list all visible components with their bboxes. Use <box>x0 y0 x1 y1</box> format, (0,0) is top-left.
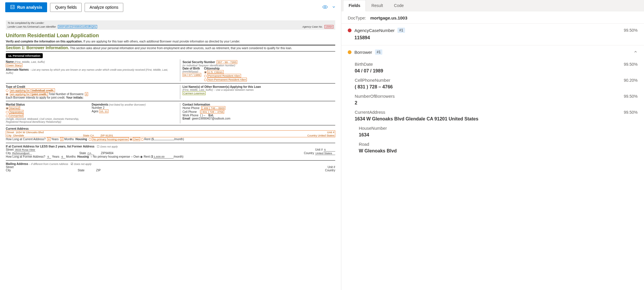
radio-icon <box>6 89 8 92</box>
lender-loan-value: 265Fs6fAZ2H4984Gs4f23fhQ81 <box>58 25 97 29</box>
dob-label: Date of Birth <box>183 67 201 70</box>
document-preview[interactable]: To be completed by the Lender: Lender Lo… <box>0 15 341 290</box>
index-badge: #1 <box>397 28 405 33</box>
radio-icon <box>130 138 132 141</box>
tab-result[interactable]: Result <box>366 0 388 11</box>
zip-value: 91201 <box>106 134 113 137</box>
ssn-value: 557 - 99 - 7283 <box>217 60 237 64</box>
mailing-label: Mailing Address <box>6 162 28 166</box>
ssn-label: Social Security Number <box>183 61 215 64</box>
analyze-options-button[interactable]: Analyze options <box>85 3 123 12</box>
dependents-number: Number 2 <box>92 106 174 109</box>
state-value: CA <box>90 134 94 137</box>
index-badge: #1 <box>375 49 382 55</box>
former-address-label: If at Current Address for LESS than 2 ye… <box>6 145 94 148</box>
analysis-icon <box>10 5 15 10</box>
dependents-label: Dependents <box>92 103 108 106</box>
subfield-name: HouseNumber <box>359 126 387 131</box>
subfield-value: W Glenoaks Blvd <box>359 148 638 154</box>
nonperm-resident: Non-Permanent Resident Alien <box>207 78 247 81</box>
street-value: 1634 W Glenoaks Blvd <box>16 131 44 134</box>
run-analysis-label: Run analysis <box>17 5 42 10</box>
radio-icon <box>6 115 8 117</box>
type-credit-label: Type of Credit <box>6 85 175 88</box>
field-borrower[interactable]: Borrower #1 <box>341 45 644 59</box>
subfield-value: ( 831 ) 728 – 4766 <box>355 84 638 90</box>
cell-phone-value: ( 831 ) 728 – 4766 <box>200 110 224 114</box>
dob-value: 04 / 07 / 1989 <box>183 73 201 77</box>
doc-title: Uniform Residential Loan Application <box>6 33 335 39</box>
subfield-value: 2 <box>355 100 638 106</box>
name-label: Name <box>6 60 14 63</box>
chevron-up-icon[interactable] <box>634 50 638 55</box>
confidence-value: 99.50% <box>624 62 638 67</box>
former-street: 3533 Rosa View <box>14 148 35 152</box>
subfield-name: CellPhoneNumber <box>355 78 390 83</box>
subfield-housenumber[interactable]: HouseNumber 1634 <box>341 123 644 139</box>
status-dot-icon <box>348 50 352 54</box>
tab-1a: 1a. Personal Information <box>6 53 43 58</box>
current-address-label: Current Address <box>6 127 335 130</box>
us-citizen: U.S. Citizen <box>207 70 224 74</box>
joint-credit: joint credit. <box>31 92 48 96</box>
confidence-value: 99.50% <box>624 110 638 115</box>
name-value: Gwen Stacy <box>6 63 22 67</box>
field-value: 115894 <box>348 35 638 40</box>
instructions: Verify and complete the information on t… <box>6 40 335 45</box>
field-agency[interactable]: AgencyCaseNumber #1 99.50% 115894 <box>341 23 644 45</box>
subfield-value: 1634 W Glenoaks Blvd Glendale CA 91201 U… <box>355 116 638 122</box>
status-dot-icon <box>348 29 352 32</box>
right-panel: Fields Result Code DocType: mortgage.us.… <box>341 0 644 290</box>
subfield-numborrowers[interactable]: NumberOfBorrowers99.50% 2 <box>341 91 644 107</box>
doctype-value: mortgage.us.1003 <box>370 15 407 20</box>
confidence-value: 99.50% <box>624 94 638 99</box>
field-name: Borrower <box>354 50 372 55</box>
tab-code[interactable]: Code <box>388 0 409 11</box>
separated: Separated <box>9 110 24 114</box>
results-scroll[interactable]: DocType: mortgage.us.1003 AgencyCaseNumb… <box>341 11 644 290</box>
confidence-value: 99.50% <box>624 28 638 33</box>
toolbar: Run analysis Query fields Analyze option… <box>0 0 341 15</box>
lender-loan-label: Lender Loan No./Universal Loan Identifie… <box>8 25 56 28</box>
home-phone-value: ( 489 ) 746 – 8900 <box>201 106 226 110</box>
other-borrower-value: Carmen Leannon <box>183 91 206 95</box>
eye-icon[interactable] <box>322 4 328 10</box>
run-analysis-button[interactable]: Run analysis <box>5 2 47 12</box>
country-value: United States <box>318 134 334 137</box>
subfield-name: BirthDate <box>355 62 373 67</box>
perm-resident: Permanent Resident Alien <box>207 74 241 78</box>
radio-icon <box>204 75 207 77</box>
query-fields-button[interactable]: Query fields <box>50 3 82 12</box>
email-value: gwen19890407@outlook.com <box>192 117 230 120</box>
citizenship-label: Citizenship <box>204 67 247 70</box>
doctype-label: DocType: <box>348 15 366 20</box>
married: Married <box>9 106 20 110</box>
confidence-value: 90.20% <box>624 78 638 83</box>
subfield-birthdate[interactable]: BirthDate99.50% 04 / 07 / 1989 <box>341 59 644 75</box>
lender-line1: To be completed by the Lender: <box>8 22 333 24</box>
lender-bar: To be completed by the Lender: Lender Lo… <box>6 20 335 30</box>
individual-credit: individual credit. <box>31 88 55 92</box>
chevron-down-icon[interactable] <box>332 5 336 10</box>
radio-icon <box>141 138 144 141</box>
radio-icon <box>89 138 91 141</box>
tab-fields[interactable]: Fields <box>343 0 366 11</box>
radio-icon <box>6 107 8 110</box>
subfield-cellphone[interactable]: CellPhoneNumber90.20% ( 831 ) 728 – 4766 <box>341 75 644 91</box>
radio-icon <box>6 93 8 96</box>
num-borrowers-value: 2 <box>85 92 88 96</box>
radio-icon <box>6 111 8 113</box>
city-value: Glendale <box>13 134 24 137</box>
altnames-label: Alternate Names <box>6 68 29 71</box>
subfield-name: Road <box>359 142 369 147</box>
section1-text: This section asks about your personal in… <box>70 47 292 50</box>
section1-title: Section 1: Borrower Information. <box>6 45 69 50</box>
left-panel: Run analysis Query fields Analyze option… <box>0 0 341 290</box>
subfield-road[interactable]: Road W Glenoaks Blvd <box>341 139 644 155</box>
contact-label: Contact Information <box>183 103 335 106</box>
radio-icon <box>204 71 207 74</box>
dependents-ages: 10, 11 <box>99 109 108 113</box>
subfield-value: 1634 <box>359 132 638 138</box>
subfield-currentaddress[interactable]: CurrentAddress99.50% 1634 W Glenoaks Blv… <box>341 107 644 123</box>
subfield-value: 04 / 07 / 1989 <box>355 68 638 74</box>
